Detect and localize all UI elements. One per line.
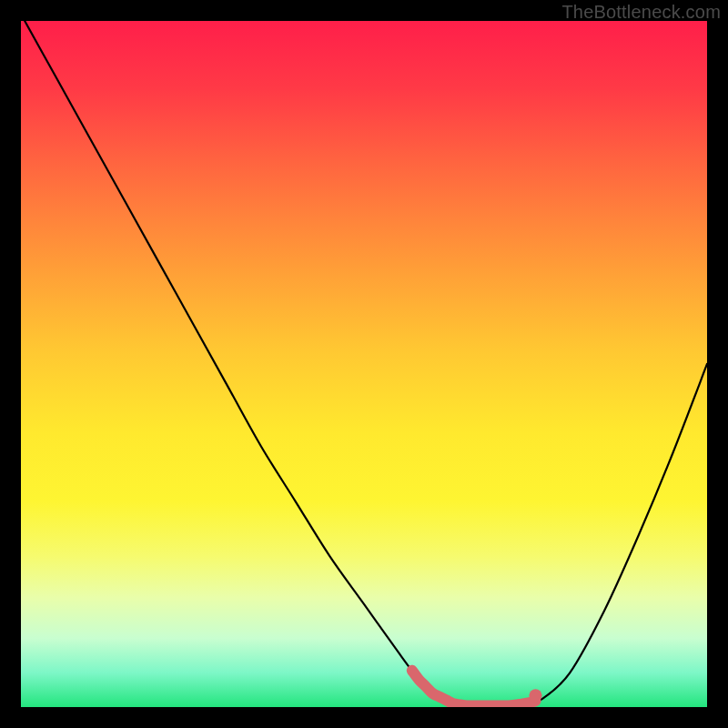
- curve-group: [21, 21, 707, 707]
- chart-frame: TheBottleneck.com: [0, 0, 728, 728]
- optimal-end-dot: [530, 689, 542, 702]
- optimal-highlight: [412, 671, 536, 706]
- curve-path: [21, 21, 707, 707]
- watermark-text: TheBottleneck.com: [561, 2, 721, 23]
- bottleneck-curve: [21, 21, 707, 707]
- plot-area: [21, 21, 707, 707]
